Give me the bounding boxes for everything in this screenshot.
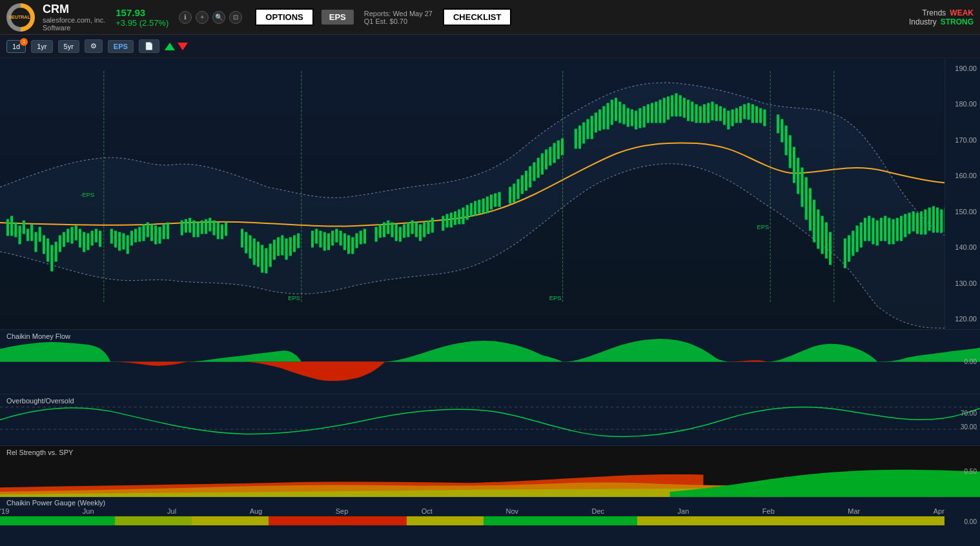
period-1yr-button[interactable]: 1yr (31, 40, 52, 53)
cmf-zero: 0.00 (965, 358, 977, 365)
svg-text:EPS: EPS (757, 224, 769, 230)
svg-rect-87 (356, 234, 358, 248)
toolbar: 1d 1 1yr 5yr ⚙ EPS 📄 (0, 35, 980, 58)
cmf-chart (0, 330, 980, 394)
svg-rect-208 (892, 219, 894, 244)
svg-rect-59 (221, 225, 223, 239)
arrow-up-icon[interactable] (165, 43, 175, 50)
svg-rect-16 (31, 225, 33, 241)
svg-rect-149 (635, 111, 637, 129)
info-icon[interactable]: ℹ (179, 11, 192, 24)
svg-rect-205 (880, 218, 882, 241)
svg-rect-58 (217, 223, 219, 239)
eps-button[interactable]: EPS (322, 10, 354, 25)
svg-rect-173 (731, 110, 733, 126)
svg-rect-168 (711, 102, 713, 120)
industry-value: STRONG (941, 17, 974, 26)
settings-button[interactable]: ⚙ (85, 39, 103, 53)
svg-rect-92 (383, 223, 385, 237)
svg-rect-30 (87, 234, 89, 250)
bottom-axis: Chaikin Power Gauge (Weekly) '19 Jun Jul… (0, 497, 980, 525)
zoom-icon[interactable]: 🔍 (212, 11, 225, 24)
price-label-170: 170.00 (948, 136, 977, 144)
rel-strength-label: Rel Strength vs. SPY (6, 449, 73, 456)
svg-rect-162 (688, 100, 689, 121)
svg-rect-82 (336, 229, 338, 242)
axis-label-mar: Mar (848, 507, 860, 515)
svg-rect-26 (71, 227, 73, 243)
svg-rect-204 (876, 221, 878, 245)
svg-rect-31 (91, 231, 93, 245)
svg-rect-78 (320, 231, 322, 247)
doc-button[interactable]: 📄 (139, 39, 159, 53)
checklist-button[interactable]: CHECKLIST (443, 8, 511, 26)
svg-rect-182 (777, 115, 779, 133)
svg-rect-37 (123, 234, 125, 249)
pg-seg-7 (484, 516, 637, 525)
svg-rect-79 (323, 232, 325, 250)
svg-rect-188 (801, 168, 803, 207)
svg-rect-28 (79, 229, 81, 247)
axis-label-dec: Dec (592, 507, 605, 515)
svg-rect-50 (185, 219, 187, 232)
svg-rect-219 (937, 208, 939, 232)
svg-rect-130 (549, 147, 551, 165)
svg-rect-202 (868, 216, 870, 241)
svg-rect-73 (289, 238, 291, 256)
svg-rect-45 (155, 226, 157, 244)
svg-rect-69 (273, 240, 275, 259)
pg-seg-6 (407, 516, 484, 525)
share-icon[interactable]: ⊡ (229, 11, 242, 24)
svg-rect-195 (830, 232, 832, 265)
svg-rect-153 (651, 103, 653, 123)
ob-os-scale: 70.00 30.00 (944, 394, 977, 445)
svg-rect-121 (513, 184, 515, 202)
svg-rect-128 (541, 154, 543, 174)
settings-icon: ⚙ (90, 42, 97, 50)
svg-rect-115 (482, 199, 484, 213)
ob-os-chart (0, 394, 980, 445)
svg-rect-144 (615, 98, 617, 121)
svg-rect-114 (478, 200, 480, 213)
axis-label-nov: Nov (505, 507, 518, 515)
svg-rect-167 (708, 103, 709, 123)
svg-rect-63 (249, 236, 251, 258)
svg-rect-10 (6, 219, 8, 236)
svg-rect-171 (724, 108, 726, 125)
svg-rect-178 (751, 105, 753, 123)
period-1d-button[interactable]: 1d 1 (6, 40, 26, 53)
svg-rect-107 (450, 213, 452, 227)
svg-rect-123 (521, 176, 523, 194)
svg-rect-187 (797, 158, 799, 194)
svg-rect-61 (241, 229, 243, 247)
svg-rect-23 (59, 236, 61, 252)
svg-rect-118 (495, 194, 496, 207)
svg-rect-142 (607, 103, 609, 129)
plus-icon[interactable]: + (196, 11, 209, 24)
svg-rect-211 (904, 214, 906, 237)
axis-label-1919: '19 (0, 507, 9, 515)
svg-rect-25 (67, 229, 69, 242)
svg-rect-198 (852, 231, 854, 256)
svg-rect-83 (340, 231, 342, 245)
svg-rect-177 (748, 103, 750, 119)
period-5yr-button[interactable]: 5yr (58, 40, 79, 53)
svg-rect-133 (562, 139, 564, 155)
svg-rect-134 (575, 129, 577, 148)
svg-rect-150 (639, 108, 641, 128)
toolbar-eps-button[interactable]: EPS (108, 40, 134, 53)
trends-section: Trends WEAK Industry STRONG (909, 8, 974, 26)
svg-rect-33 (99, 231, 101, 247)
svg-rect-148 (631, 110, 633, 126)
svg-rect-91 (379, 225, 381, 238)
svg-rect-36 (119, 232, 121, 250)
svg-rect-48 (167, 223, 168, 239)
pg-seg-2 (115, 516, 192, 525)
reports-section: Reports: Wed May 27 Q1 Est. $0.70 (364, 10, 433, 25)
svg-rect-159 (675, 94, 677, 116)
svg-rect-42 (143, 225, 145, 241)
svg-rect-46 (159, 227, 161, 243)
svg-rect-113 (475, 201, 476, 216)
options-button[interactable]: OPTIONS (255, 8, 314, 26)
arrow-down-icon[interactable] (178, 43, 188, 50)
